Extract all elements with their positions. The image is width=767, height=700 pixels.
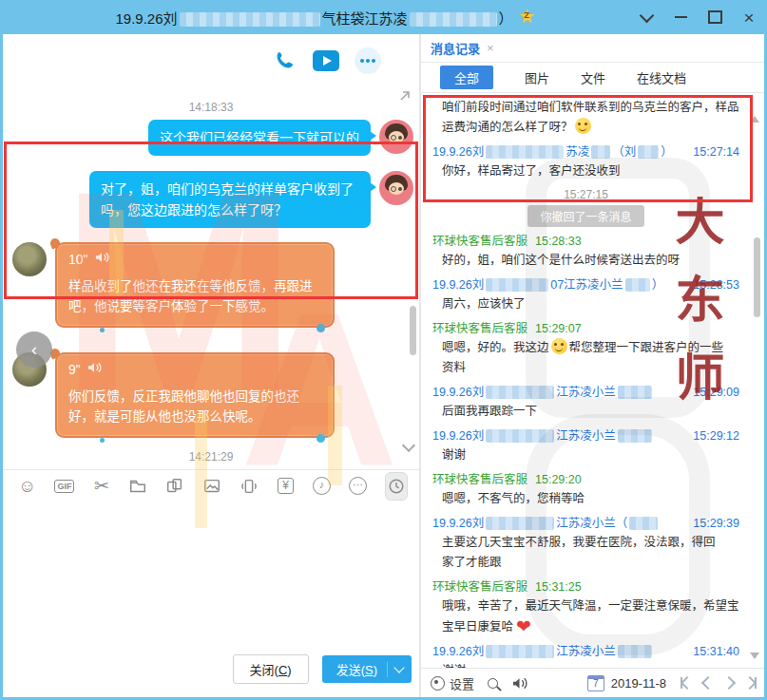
collage-icon[interactable] [165, 475, 184, 498]
collapse-panel-button[interactable]: ‹ [16, 331, 52, 368]
search-icon[interactable] [488, 678, 498, 689]
history-clock-icon[interactable] [385, 472, 408, 501]
masked-text-part: 19.9.26刘 [432, 383, 484, 402]
blurred-text-mask [618, 429, 652, 443]
video-call-button[interactable] [313, 47, 339, 74]
message-input[interactable] [3, 501, 419, 644]
message-line: 嗯嗯，好的。我这边帮您整理一下跟进客户的一些 [432, 338, 739, 358]
blurred-text-mask [486, 145, 564, 159]
message-time: 15:31:25 [535, 577, 582, 596]
sender-name: 环球快客售后客服 [432, 577, 527, 596]
blurred-text-mask [486, 429, 554, 443]
message-line: 嗯嗯，不客气的，您稍等哈 [432, 489, 739, 509]
message-line: 哦哦，辛苦了，最近天气降温，一定要注意保暖，希望宝 [432, 596, 739, 616]
chat-scrollbar-thumb[interactable] [410, 306, 416, 355]
sender-name: 环球快客售后客服 [432, 470, 527, 489]
message-time: 15:29:07 [535, 319, 582, 338]
emoji-icon[interactable]: ☺ [18, 475, 36, 498]
image-icon[interactable] [202, 475, 221, 498]
date-navigation: 7 2019-11-8 [587, 675, 757, 691]
sender-name: 环球快客售后客服 [432, 319, 527, 338]
masked-text-part: 19.9.26刘 [432, 514, 484, 533]
message-manager-button[interactable]: 设置 [431, 674, 474, 692]
history-panel: 消息记录× 全部 图片 文件 在线文档 咱们前段时间通过咱们软件联系到的乌克兰的… [421, 34, 764, 697]
history-scrollbar-thumb[interactable] [754, 237, 760, 317]
message-row: 9"你们反馈，反正我跟他聊他也回复的也还好，就是可能从他也没那么快呢。 [3, 352, 419, 438]
history-tab-bar: 消息记录× [421, 34, 764, 63]
filter-images[interactable]: 图片 [525, 68, 549, 86]
masked-text-part: 19.9.26刘 [432, 142, 484, 161]
masked-text-part: 19.9.26刘 [115, 10, 177, 27]
avatar-face [389, 131, 404, 143]
blurred-text-mask [618, 386, 652, 399]
vip-badge-icon: ★Z [519, 8, 538, 27]
blurred-text-mask [486, 645, 554, 658]
blurred-text-mask [486, 386, 554, 399]
calendar-icon[interactable]: 7 [587, 675, 604, 691]
message-time: 15:29:20 [535, 470, 582, 489]
message-line: 资料 [432, 358, 739, 378]
message-row: 对了，姐，咱们的乌克兰的样单客户收到了吗，您这边跟进的怎么样了呀？ [3, 171, 419, 228]
close-chat-button[interactable]: 关闭(C) [233, 654, 309, 684]
sender-header: 环球快客售后客服15:29:20 [432, 470, 739, 489]
outgoing-bubble: 对了，姐，咱们的乌克兰的样单客户收到了吗，您这边跟进的怎么样了呀？ [89, 171, 371, 228]
last-page-button[interactable] [745, 677, 757, 689]
shake-icon[interactable] [240, 475, 259, 498]
scroll-down-arrow[interactable] [750, 653, 759, 659]
title-bar: 19.9.26刘气柱袋江苏凌）★Z × [0, 0, 767, 34]
heart-icon: ❤ [516, 616, 531, 636]
send-button[interactable]: 发送(S) [322, 655, 412, 683]
current-date[interactable]: 2019-11-8 [611, 676, 666, 691]
file-icon[interactable] [128, 475, 147, 498]
masked-text-part: 07江苏凌小兰 [550, 275, 623, 294]
message-line: 运费沟通的怎么样了呀？ [432, 118, 739, 138]
gif-icon[interactable]: GIF [54, 475, 74, 498]
scroll-up-arrow[interactable] [750, 116, 759, 123]
filter-docs[interactable]: 在线文档 [637, 68, 686, 86]
filter-all[interactable]: 全部 [440, 66, 493, 89]
tab-message-record[interactable]: 消息记录× [431, 39, 494, 57]
send-options-chevron-icon[interactable] [393, 662, 404, 672]
filter-files[interactable]: 文件 [581, 68, 605, 86]
smiley-emoji-icon [551, 338, 567, 354]
next-page-button[interactable] [724, 678, 734, 688]
audio-icon[interactable]: ♪ [313, 475, 331, 498]
message-row: 10"样品收到了他还在我还在等他反馈，再跟进吧，他说要等客户体验了一下感觉。 [3, 242, 419, 328]
sender-name: 环球快客售后客服 [432, 232, 527, 251]
blurred-text-mask [591, 145, 610, 159]
minimize-button[interactable] [668, 5, 693, 29]
first-page-button[interactable] [681, 677, 692, 689]
speaker-icon[interactable] [511, 676, 527, 691]
close-button[interactable]: × [737, 5, 761, 29]
masked-text-part: 19.9.26刘 [432, 642, 484, 661]
chat-more-button[interactable] [355, 47, 381, 74]
close-tab-icon[interactable]: × [487, 41, 494, 55]
chevron-down-icon[interactable] [634, 5, 659, 29]
avatar[interactable] [12, 242, 47, 276]
voice-message-bubble[interactable]: 9"你们反馈，反正我跟他聊他也回复的也还好，就是可能从他也没那么快呢。 [55, 352, 335, 438]
message-time: 15:29:12 [693, 426, 739, 445]
avatar[interactable] [379, 171, 413, 205]
message-line: 后面我再跟踪一下 [432, 402, 739, 422]
prev-page-button[interactable] [703, 678, 713, 688]
more-icon[interactable]: ··· [349, 475, 367, 498]
avatar[interactable] [379, 120, 413, 154]
message-line: 宝早日康复哈❤ [432, 616, 739, 637]
screenshot-icon[interactable]: ✂ [92, 475, 110, 498]
voice-call-button[interactable] [271, 47, 297, 74]
speaker-icon [86, 361, 102, 377]
message-time: 15:29:09 [693, 383, 739, 402]
scroll-to-bottom-icon[interactable] [404, 437, 413, 454]
message-time: 15:29:39 [693, 514, 739, 533]
message-time: 15:28:33 [535, 232, 582, 251]
window-controls: × [634, 0, 761, 34]
message-line: 你好，样品寄过了，客户还没收到 [432, 161, 739, 181]
message-line: 好的，姐，咱们这个是什么时候寄送出去的呀 [432, 251, 739, 271]
message-line: 谢谢 [432, 445, 739, 465]
blurred-text-mask [486, 517, 554, 530]
red-packet-icon[interactable]: ¥ [277, 475, 295, 498]
voice-message-bubble[interactable]: 10"样品收到了他还在我还在等他反馈，再跟进吧，他说要等客户体验了一下感觉。 [55, 242, 335, 328]
blurred-text-mask [629, 517, 658, 530]
maximize-button[interactable] [702, 5, 727, 29]
sender-header: 19.9.26刘07江苏凌小兰）15:28:53 [432, 275, 739, 294]
